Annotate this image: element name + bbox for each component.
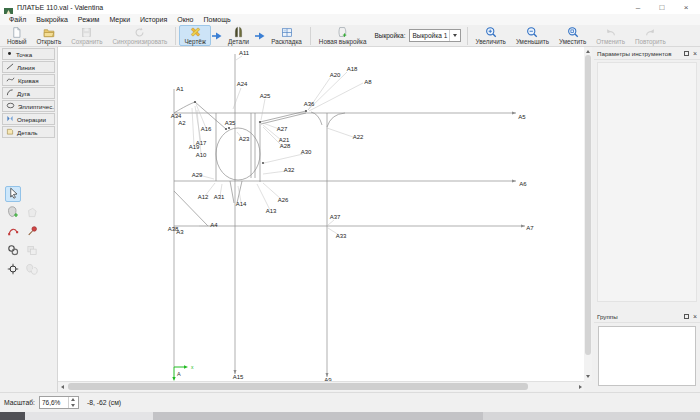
details-mode-icon	[233, 27, 244, 38]
new-pattern-icon	[337, 27, 348, 38]
menu-item-помощь[interactable]: Помощь	[199, 16, 236, 23]
toolbar-button-label: Уместить	[559, 38, 586, 45]
curve-icon	[6, 76, 15, 84]
tool-button-pin[interactable]	[24, 224, 40, 240]
pattern-point-label: A12	[198, 194, 209, 200]
sidebar-section-2[interactable]: Линия	[2, 61, 55, 73]
tool-button-union[interactable]	[5, 243, 21, 259]
layout-mode-icon	[281, 27, 293, 38]
sidebar-section-1[interactable]: Точка	[2, 48, 55, 60]
pattern-curve	[311, 112, 322, 125]
toolbar-button-save: Сохранить	[66, 25, 107, 46]
scroll-left-icon[interactable]	[58, 382, 66, 391]
zoom-out-icon	[526, 27, 538, 38]
tool-button-new-detail[interactable]	[5, 205, 21, 221]
taskbar-segment	[153, 412, 483, 420]
sidebar-section-label: Деталь	[17, 129, 37, 136]
menu-item-выкройка[interactable]: Выкройка	[31, 16, 73, 23]
scale-label: Масштаб:	[4, 399, 35, 406]
dock-close-icon[interactable]: ×	[693, 313, 697, 320]
sidebar-section-7[interactable]: Деталь	[2, 126, 55, 138]
horizontal-scroll-thumb[interactable]	[68, 383, 528, 390]
pattern-point-label: A26	[278, 197, 289, 203]
sidebar-section-5[interactable]: Эллиптичес...	[2, 100, 55, 112]
detail-icon	[6, 128, 14, 136]
toolbar-button-label: Открыть	[36, 38, 61, 45]
scroll-down-icon[interactable]	[584, 372, 592, 381]
pattern-point-label: A37	[330, 214, 341, 220]
toolbar-button-label: Уменьшить	[516, 38, 549, 45]
groups-list[interactable]	[598, 326, 696, 386]
dock-float-icon[interactable]	[684, 51, 689, 56]
label-leader-line	[263, 171, 286, 174]
pattern-point-label: A32	[284, 167, 295, 173]
mode-arrow-icon	[211, 32, 223, 40]
toolbar-right: УвеличитьУменьшитьУместитьОтменитьПовтор…	[471, 25, 671, 47]
cursor-arrow-icon	[8, 185, 19, 203]
vertical-scroll-thumb[interactable]	[585, 55, 591, 355]
pattern-point-label: A18	[347, 66, 358, 72]
toolbar-button-new-pattern[interactable]: Новая выкройка	[314, 25, 372, 46]
toolbar-button-layout-mode[interactable]: Раскладка	[266, 25, 307, 46]
pin-icon	[27, 223, 38, 241]
dock-float-icon[interactable]	[684, 314, 689, 319]
label-leader-line	[257, 184, 270, 210]
toolbar-button-redo: Повторить	[630, 25, 671, 46]
toolbar-button-open-folder[interactable]: Открыть	[31, 25, 66, 46]
tool-button-cursor-arrow[interactable]	[5, 186, 21, 202]
toolbar-button-new-document[interactable]: Новый	[2, 25, 31, 46]
toolbar-button-label: Повторить	[635, 38, 666, 45]
pattern-drawing[interactable]: A1A11A24A25A20A18A8A36A34A2A16A35A23A27A…	[58, 47, 584, 381]
window-title: ПЛАТЬЕ 110.val - Valentina	[17, 4, 103, 11]
scroll-right-icon[interactable]	[576, 382, 584, 391]
menu-item-режим[interactable]: Режим	[73, 16, 105, 23]
draw-mode-icon	[189, 27, 202, 38]
close-button[interactable]: ×	[674, 0, 698, 14]
tool-button-anchor[interactable]	[5, 262, 21, 278]
pattern-point	[225, 128, 227, 130]
label-leader-line	[195, 106, 201, 142]
minimize-button[interactable]: –	[626, 0, 650, 14]
toolbar-button-zoom-in[interactable]: Увеличить	[471, 25, 511, 46]
dock-close-icon[interactable]: ×	[693, 50, 697, 57]
pattern-point-label: A36	[304, 101, 315, 107]
scale-value: 76,6%	[40, 399, 68, 406]
sidebar-section-3[interactable]: Кривая	[2, 74, 55, 86]
construction-line	[230, 181, 234, 203]
sidebar-section-label: Операции	[17, 116, 46, 123]
drawing-canvas[interactable]: A1A11A24A25A20A18A8A36A34A2A16A35A23A27A…	[58, 47, 584, 381]
sidebar-section-4[interactable]: Дуга	[2, 87, 55, 99]
horizontal-scrollbar[interactable]	[58, 381, 584, 391]
anchor-icon	[7, 261, 19, 279]
pattern-point-label: A10	[196, 152, 207, 158]
toolbar-button-zoom-out[interactable]: Уменьшить	[511, 25, 554, 46]
taskbar-segment	[0, 412, 25, 420]
menu-item-история[interactable]: История	[135, 16, 172, 23]
menu-item-файл[interactable]: Файл	[4, 16, 31, 23]
toolbar-button-label: Детали	[228, 38, 249, 45]
pattern-piece-combobox[interactable]: Выкройка 1	[409, 29, 461, 42]
taskbar-segment	[25, 412, 153, 420]
toolbar-button-details-mode[interactable]: Детали	[223, 25, 254, 46]
menu-item-окно[interactable]: Окно	[172, 16, 198, 23]
toolbar-button-draw-mode[interactable]: Чертёж	[179, 25, 211, 46]
toolbar-button-undo: Отменить	[591, 25, 630, 46]
origin-x-arrow-icon	[184, 365, 188, 368]
menu-item-мерки[interactable]: Мерки	[104, 16, 135, 23]
window-controls: –□×	[626, 0, 698, 14]
operations-icon	[6, 115, 14, 123]
toolbar-button-label: Раскладка	[271, 38, 302, 45]
pattern-point-label: A11	[239, 50, 250, 56]
tool-button-internal-path[interactable]	[5, 224, 21, 240]
toolbar-button-zoom-fit[interactable]: Уместить	[554, 25, 591, 46]
sidebar-section-6[interactable]: Операции	[2, 113, 55, 125]
toolbar-button-sync: Синхронизировать	[107, 25, 172, 46]
pattern-point-label: A19	[189, 144, 200, 150]
maximize-button[interactable]: □	[650, 0, 674, 14]
label-leader-line	[328, 220, 334, 225]
vertical-scrollbar[interactable]	[584, 47, 592, 381]
label-leader-line	[261, 99, 265, 120]
label-leader-line	[192, 108, 194, 146]
scale-spinbox[interactable]: 76,6%	[39, 396, 79, 409]
spinbox-arrows-icon[interactable]	[68, 397, 78, 408]
